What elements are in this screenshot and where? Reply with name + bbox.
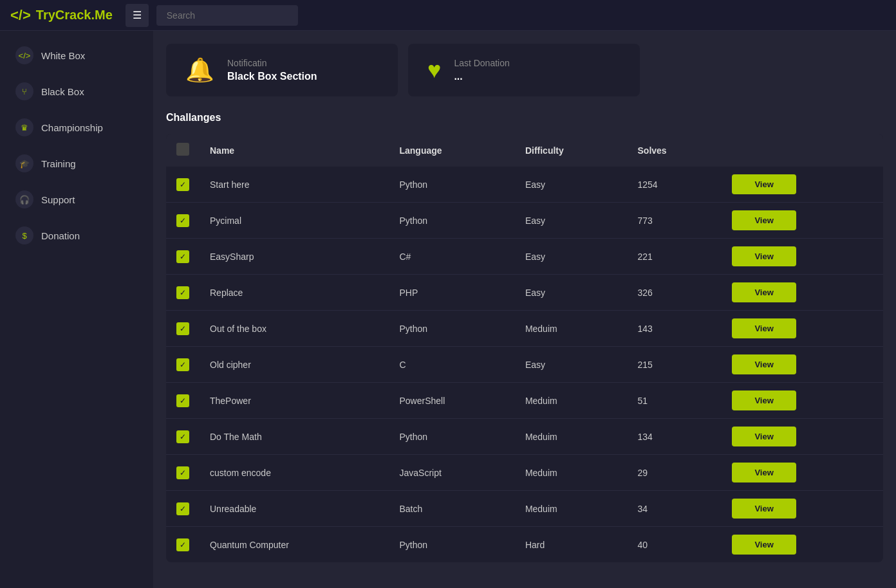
row-action: View bbox=[722, 455, 883, 491]
search-input[interactable] bbox=[156, 5, 298, 26]
table-row: ✓ Pycimal Python Easy 773 View bbox=[166, 203, 883, 239]
row-language: Python bbox=[389, 167, 514, 203]
cards-row: 🔔 Notificatin Black Box Section ♥ Last D… bbox=[166, 44, 883, 96]
row-language: PHP bbox=[389, 275, 514, 311]
view-button[interactable]: View bbox=[732, 535, 796, 555]
row-action: View bbox=[722, 239, 883, 275]
view-button[interactable]: View bbox=[732, 210, 796, 230]
row-name: custom encode bbox=[200, 455, 389, 491]
sidebar-label-support: Support bbox=[41, 194, 75, 205]
row-difficulty: Easy bbox=[515, 347, 628, 383]
row-name: Unreadable bbox=[200, 491, 389, 527]
sidebar-item-whitebox[interactable]: </> White Box bbox=[0, 37, 153, 73]
row-name: Quantum Computer bbox=[200, 527, 389, 563]
row-checkbox-cell: ✓ bbox=[166, 167, 200, 203]
checkbox-checked-icon[interactable]: ✓ bbox=[176, 286, 189, 299]
row-solves: 221 bbox=[628, 239, 722, 275]
table-row: ✓ Old cipher C Easy 215 View bbox=[166, 347, 883, 383]
checkbox-checked-icon[interactable]: ✓ bbox=[176, 250, 189, 263]
view-button[interactable]: View bbox=[732, 354, 796, 374]
row-language: PowerShell bbox=[389, 383, 514, 419]
view-button[interactable]: View bbox=[732, 318, 796, 338]
checkbox-checked-icon[interactable]: ✓ bbox=[176, 178, 189, 191]
row-language: Python bbox=[389, 419, 514, 455]
sidebar-item-donation[interactable]: $ Donation bbox=[0, 217, 153, 253]
row-difficulty: Easy bbox=[515, 167, 628, 203]
last-donation-label: Last Donation bbox=[454, 58, 509, 68]
row-action: View bbox=[722, 167, 883, 203]
sidebar-label-training: Training bbox=[41, 158, 76, 169]
training-icon: 🎓 bbox=[15, 154, 33, 172]
row-difficulty: Meduim bbox=[515, 311, 628, 347]
row-solves: 215 bbox=[628, 347, 722, 383]
row-checkbox-cell: ✓ bbox=[166, 455, 200, 491]
row-action: View bbox=[722, 383, 883, 419]
notification-card: 🔔 Notificatin Black Box Section bbox=[166, 44, 398, 96]
table-row: ✓ custom encode JavaScript Meduim 29 Vie… bbox=[166, 455, 883, 491]
row-name: Old cipher bbox=[200, 347, 389, 383]
sidebar: </> White Box ⑂ Black Box ♛ Championship… bbox=[0, 31, 153, 588]
row-name: Pycimal bbox=[200, 203, 389, 239]
row-checkbox-cell: ✓ bbox=[166, 383, 200, 419]
row-checkbox-cell: ✓ bbox=[166, 419, 200, 455]
col-language: Language bbox=[389, 134, 514, 167]
row-name: Do The Math bbox=[200, 419, 389, 455]
row-name: EasySharp bbox=[200, 239, 389, 275]
col-action bbox=[722, 134, 883, 167]
whitebox-icon: </> bbox=[15, 46, 33, 64]
challenges-title: Challanges bbox=[166, 112, 883, 124]
heart-icon: ♥ bbox=[427, 57, 441, 84]
checkbox-checked-icon[interactable]: ✓ bbox=[176, 430, 189, 443]
view-button[interactable]: View bbox=[732, 174, 796, 194]
sidebar-item-blackbox[interactable]: ⑂ Black Box bbox=[0, 73, 153, 109]
row-language: Batch bbox=[389, 491, 514, 527]
topnav: </> TryCrack.Me ☰ bbox=[0, 0, 896, 31]
sidebar-item-championship[interactable]: ♛ Championship bbox=[0, 109, 153, 145]
notification-card-text: Notificatin Black Box Section bbox=[227, 58, 317, 82]
row-difficulty: Easy bbox=[515, 275, 628, 311]
row-language: C# bbox=[389, 239, 514, 275]
view-button[interactable]: View bbox=[732, 282, 796, 302]
checkbox-checked-icon[interactable]: ✓ bbox=[176, 322, 189, 335]
logo-icon: </> bbox=[10, 7, 31, 24]
view-button[interactable]: View bbox=[732, 427, 796, 446]
row-difficulty: Meduim bbox=[515, 419, 628, 455]
table-row: ✓ EasySharp C# Easy 221 View bbox=[166, 239, 883, 275]
header-checkbox[interactable] bbox=[176, 143, 189, 156]
championship-icon: ♛ bbox=[15, 118, 33, 136]
view-button[interactable]: View bbox=[732, 246, 796, 266]
checkbox-checked-icon[interactable]: ✓ bbox=[176, 466, 189, 479]
table-row: ✓ ThePower PowerShell Meduim 51 View bbox=[166, 383, 883, 419]
menu-button[interactable]: ☰ bbox=[126, 4, 149, 27]
blackbox-icon: ⑂ bbox=[15, 82, 33, 100]
checkbox-checked-icon[interactable]: ✓ bbox=[176, 358, 189, 371]
row-action: View bbox=[722, 419, 883, 455]
sidebar-item-support[interactable]: 🎧 Support bbox=[0, 181, 153, 217]
table-row: ✓ Start here Python Easy 1254 View bbox=[166, 167, 883, 203]
row-difficulty: Easy bbox=[515, 203, 628, 239]
row-name: Replace bbox=[200, 275, 389, 311]
row-solves: 51 bbox=[628, 383, 722, 419]
sidebar-label-blackbox: Black Box bbox=[41, 86, 84, 97]
row-solves: 134 bbox=[628, 419, 722, 455]
row-difficulty: Hard bbox=[515, 527, 628, 563]
col-checkbox bbox=[166, 134, 200, 167]
table-row: ✓ Unreadable Batch Meduim 34 View bbox=[166, 491, 883, 527]
row-action: View bbox=[722, 275, 883, 311]
row-checkbox-cell: ✓ bbox=[166, 203, 200, 239]
row-checkbox-cell: ✓ bbox=[166, 275, 200, 311]
main-layout: </> White Box ⑂ Black Box ♛ Championship… bbox=[0, 31, 896, 588]
view-button[interactable]: View bbox=[732, 499, 796, 519]
checkbox-checked-icon[interactable]: ✓ bbox=[176, 214, 189, 227]
checkbox-checked-icon[interactable]: ✓ bbox=[176, 394, 189, 407]
checkbox-checked-icon[interactable]: ✓ bbox=[176, 502, 189, 515]
sidebar-item-training[interactable]: 🎓 Training bbox=[0, 145, 153, 181]
table-row: ✓ Replace PHP Easy 326 View bbox=[166, 275, 883, 311]
sidebar-label-donation: Donation bbox=[41, 230, 80, 241]
row-solves: 773 bbox=[628, 203, 722, 239]
view-button[interactable]: View bbox=[732, 390, 796, 410]
checkbox-checked-icon[interactable]: ✓ bbox=[176, 538, 189, 551]
donation-icon: $ bbox=[15, 226, 33, 244]
view-button[interactable]: View bbox=[732, 463, 796, 482]
row-solves: 29 bbox=[628, 455, 722, 491]
